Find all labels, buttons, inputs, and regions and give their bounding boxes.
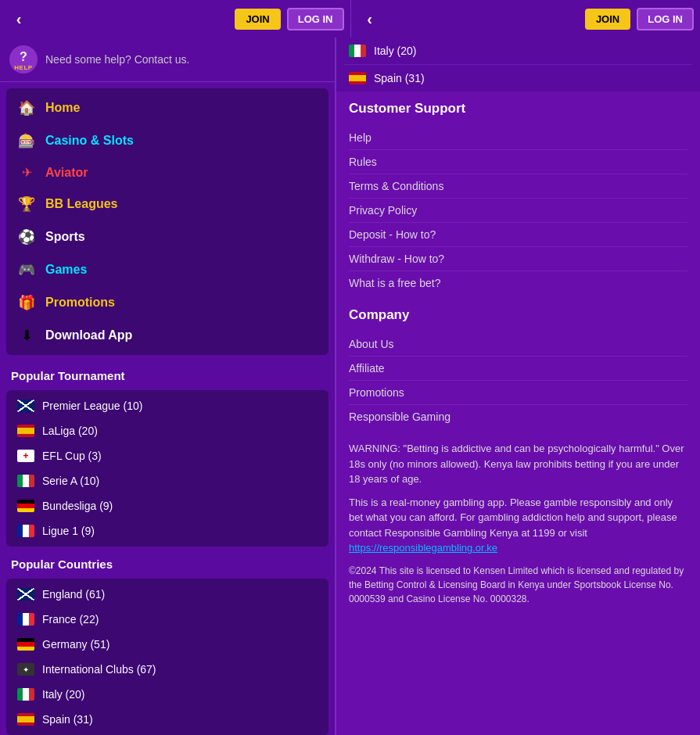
list-item[interactable]: France (22) bbox=[6, 607, 328, 632]
warning-section: WARNING: "Betting is addictive and can b… bbox=[336, 432, 700, 623]
flag-icon-france bbox=[17, 525, 34, 537]
link-deposit[interactable]: Deposit - How to? bbox=[349, 223, 687, 247]
bb-leagues-icon: 🏆 bbox=[17, 195, 36, 213]
list-item-label: France (22) bbox=[42, 613, 99, 626]
link-promotions[interactable]: Promotions bbox=[349, 381, 687, 405]
nav-item-games[interactable]: 🎮 Games bbox=[6, 253, 328, 286]
list-item-label: EFL Cup (3) bbox=[42, 450, 102, 462]
list-item-label: England (61) bbox=[42, 588, 105, 601]
back-button-left[interactable]: ‹ bbox=[6, 6, 31, 31]
list-item[interactable]: Ligue 1 (9) bbox=[6, 518, 328, 543]
customer-support-title: Customer Support bbox=[349, 101, 687, 117]
back-button-right[interactable]: ‹ bbox=[357, 6, 382, 31]
list-item-label: LaLiga (20) bbox=[42, 425, 98, 437]
nav-item-promotions[interactable]: 🎁 Promotions bbox=[6, 286, 328, 319]
list-item[interactable]: LaLiga (20) bbox=[6, 418, 328, 443]
link-about[interactable]: About Us bbox=[349, 332, 687, 357]
games-icon: 🎮 bbox=[17, 261, 36, 278]
nav-label-download: Download App bbox=[45, 328, 132, 342]
list-item[interactable]: Serie A (10) bbox=[6, 468, 328, 493]
nav-label-sports: Sports bbox=[45, 230, 85, 244]
list-item[interactable]: Bundesliga (9) bbox=[6, 493, 328, 518]
right-list-item-spain[interactable]: Spain (31) bbox=[344, 65, 692, 91]
help-text: Need some help? Contact us. bbox=[45, 53, 189, 66]
link-rules[interactable]: Rules bbox=[349, 150, 687, 174]
nav-item-sports[interactable]: ⚽ Sports bbox=[6, 220, 328, 253]
flag-icon-spain bbox=[17, 425, 34, 437]
flag-icon-spain-right bbox=[349, 72, 366, 84]
list-item-label: Italy (20) bbox=[42, 688, 84, 701]
sports-icon: ⚽ bbox=[17, 228, 36, 246]
flag-icon-germany bbox=[17, 500, 34, 512]
link-privacy[interactable]: Privacy Policy bbox=[349, 199, 687, 223]
link-freebet[interactable]: What is a free bet? bbox=[349, 271, 687, 295]
list-item-label: Serie A (10) bbox=[42, 475, 99, 487]
join-button-right[interactable]: JOIN bbox=[585, 9, 630, 30]
responsible-gambling-link[interactable]: https://responsiblegambling.or.ke bbox=[349, 542, 497, 554]
list-item-label: Spain (31) bbox=[42, 713, 93, 726]
copyright-text: ©2024 This site is licensed to Kensen Li… bbox=[349, 564, 687, 606]
link-withdraw[interactable]: Withdraw - How to? bbox=[349, 247, 687, 271]
flag-icon-spain bbox=[17, 713, 34, 726]
nav-item-casino[interactable]: 🎰 Casino & Slots bbox=[6, 124, 328, 157]
promotions-icon: 🎁 bbox=[17, 294, 36, 311]
list-item[interactable]: Premier League (10) bbox=[6, 393, 328, 418]
list-item[interactable]: International Clubs (67) bbox=[6, 657, 328, 682]
right-panel: Italy (20) Spain (31) Customer Support H… bbox=[336, 38, 700, 735]
flag-icon-italy-right bbox=[349, 45, 366, 57]
nav-label-bb-leagues: BB Leagues bbox=[45, 197, 117, 211]
help-bar[interactable]: ? HELP Need some help? Contact us. bbox=[0, 38, 335, 82]
flag-icon-italy bbox=[17, 688, 34, 701]
nav-label-aviator: Aviator bbox=[45, 166, 88, 180]
nav-label-promotions: Promotions bbox=[45, 296, 115, 310]
popular-tournament-header: Popular Tournament bbox=[0, 361, 335, 387]
list-item[interactable]: EFL Cup (3) bbox=[6, 443, 328, 468]
home-icon: 🏠 bbox=[17, 99, 36, 117]
flag-icon-germany bbox=[17, 638, 34, 651]
nav-menu: 🏠 Home 🎰 Casino & Slots ✈ Aviator 🏆 BB L… bbox=[6, 88, 328, 355]
join-button-left[interactable]: JOIN bbox=[235, 9, 280, 30]
right-wrapper: Italy (20) Spain (31) Customer Support H… bbox=[336, 38, 700, 735]
popular-countries-list: England (61) France (22) Germany (51) In… bbox=[6, 579, 328, 735]
popular-countries-header: Popular Countries bbox=[0, 550, 335, 575]
content-area: ? HELP Need some help? Contact us. 🏠 Hom… bbox=[0, 38, 700, 735]
header-left: ‹ JOIN LOG IN bbox=[0, 0, 350, 38]
header-right: ‹ JOIN LOG IN bbox=[350, 0, 701, 38]
right-list-item-italy[interactable]: Italy (20) bbox=[344, 38, 692, 65]
nav-item-aviator[interactable]: ✈ Aviator bbox=[6, 157, 328, 188]
login-button-left[interactable]: LOG IN bbox=[287, 8, 344, 30]
right-top-items: Italy (20) Spain (31) bbox=[336, 38, 700, 91]
flag-icon-intl bbox=[17, 663, 34, 676]
list-item[interactable]: Italy (20) bbox=[6, 682, 328, 707]
aviator-icon: ✈ bbox=[17, 165, 36, 180]
link-affiliate[interactable]: Affiliate bbox=[349, 357, 687, 381]
right-item-label: Spain (31) bbox=[374, 72, 425, 84]
list-item[interactable]: Spain (31) bbox=[6, 707, 328, 732]
company-title: Company bbox=[349, 307, 687, 323]
nav-label-games: Games bbox=[45, 263, 87, 277]
link-responsible[interactable]: Responsible Gaming bbox=[349, 405, 687, 428]
nav-item-bb-leagues[interactable]: 🏆 BB Leagues bbox=[6, 188, 328, 220]
list-item[interactable]: Germany (51) bbox=[6, 632, 328, 657]
warning-text-1: WARNING: "Betting is addictive and can b… bbox=[349, 441, 687, 487]
customer-support-section: Customer Support Help Rules Terms & Cond… bbox=[336, 91, 700, 298]
casino-icon: 🎰 bbox=[17, 132, 36, 149]
login-button-right[interactable]: LOG IN bbox=[637, 8, 694, 30]
help-icon: ? HELP bbox=[9, 45, 38, 74]
popular-tournament-list: Premier League (10) LaLiga (20) EFL Cup … bbox=[6, 390, 328, 547]
list-item[interactable]: England (61) bbox=[6, 582, 328, 607]
nav-item-home[interactable]: 🏠 Home bbox=[6, 91, 328, 124]
left-panel: ? HELP Need some help? Contact us. 🏠 Hom… bbox=[0, 38, 336, 735]
flag-icon-efl bbox=[17, 450, 34, 462]
warning-text-2: This is a real-money gambling app. Pleas… bbox=[349, 495, 687, 556]
flag-icon-england bbox=[17, 588, 34, 601]
link-terms[interactable]: Terms & Conditions bbox=[349, 174, 687, 199]
nav-label-home: Home bbox=[45, 101, 80, 115]
nav-label-casino: Casino & Slots bbox=[45, 134, 134, 148]
link-help[interactable]: Help bbox=[349, 126, 687, 150]
flag-icon-france bbox=[17, 613, 34, 626]
list-item-label: Ligue 1 (9) bbox=[42, 525, 95, 537]
nav-item-download[interactable]: ⬇ Download App bbox=[6, 319, 328, 352]
header: ‹ JOIN LOG IN ‹ JOIN LOG IN bbox=[0, 0, 700, 38]
right-item-label: Italy (20) bbox=[374, 45, 416, 57]
